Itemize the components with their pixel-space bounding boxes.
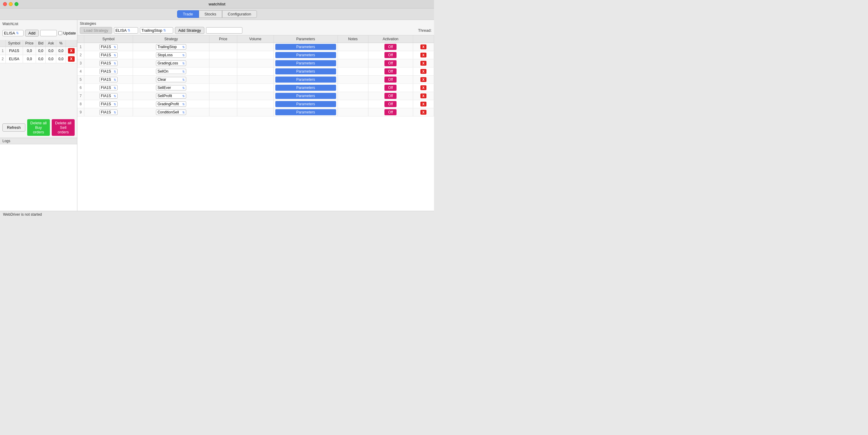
- parameters-button[interactable]: Parameters: [275, 68, 336, 75]
- watchlist-select-arrow: ⇅: [16, 31, 19, 35]
- s-col-activation: Activation: [368, 35, 413, 43]
- update-checkbox[interactable]: [58, 31, 62, 35]
- s-symbol-select[interactable]: FIA1S ⇅: [99, 77, 118, 82]
- s-row-delete-cell: X: [413, 92, 434, 100]
- strategy-name-select[interactable]: TrailingStop ⇅: [140, 27, 173, 34]
- symbol-input[interactable]: [40, 30, 57, 36]
- s-symbol-select[interactable]: FIA1S ⇅: [99, 102, 118, 107]
- activation-button[interactable]: Off: [384, 60, 397, 66]
- load-strategy-button[interactable]: Load Strategy: [80, 27, 112, 34]
- s-symbol-select[interactable]: FIA1S ⇅: [99, 60, 118, 66]
- s-strategy-select[interactable]: SellEver ⇅: [156, 85, 186, 90]
- s-row-strategy: ConditionSell ⇅: [133, 108, 210, 116]
- close-button[interactable]: [3, 2, 7, 6]
- s-strategy-select[interactable]: GradingLoss ⇅: [156, 60, 186, 66]
- activation-button[interactable]: Off: [384, 93, 397, 99]
- s-row-activation: Off: [368, 43, 413, 51]
- row-pct: 0,0: [56, 47, 66, 55]
- watchlist-select[interactable]: ELISA ⇅: [2, 30, 24, 36]
- status-text: WebDriver is not started: [3, 212, 42, 216]
- s-delete-row-button[interactable]: X: [421, 61, 426, 66]
- parameters-button[interactable]: Parameters: [275, 77, 336, 83]
- activation-button[interactable]: Off: [384, 68, 397, 75]
- s-strategy-select[interactable]: SellProfit ⇅: [156, 93, 186, 98]
- s-row-symbol: FIA1S ⇅: [84, 84, 133, 92]
- s-delete-row-button[interactable]: X: [421, 69, 426, 74]
- s-col-symbol: Symbol: [84, 35, 133, 43]
- refresh-button[interactable]: Refresh: [2, 123, 25, 132]
- s-row-parameters: Parameters: [274, 43, 338, 51]
- s-symbol-select[interactable]: FIA1S ⇅: [99, 69, 118, 74]
- row-num: 1: [0, 47, 5, 55]
- activation-button[interactable]: Off: [384, 85, 397, 91]
- activation-button[interactable]: Off: [384, 77, 397, 83]
- strategy-row: 7 FIA1S ⇅ SellProfit ⇅ Parameters Off X: [78, 92, 434, 100]
- strategy-symbol-select[interactable]: ELISA ⇅: [114, 27, 138, 34]
- s-delete-row-button[interactable]: X: [421, 93, 426, 98]
- s-strategy-select[interactable]: Clear ⇅: [156, 77, 186, 82]
- add-button[interactable]: Add: [25, 30, 39, 37]
- s-row-symbol: FIA1S ⇅: [84, 108, 133, 116]
- s-symbol-arrow: ⇅: [114, 54, 116, 57]
- parameters-button[interactable]: Parameters: [275, 60, 336, 66]
- s-strategy-select[interactable]: GradingProfit ⇅: [156, 102, 186, 107]
- strategies-table-wrap: Symbol Strategy Price Volume Parameters …: [78, 35, 434, 211]
- tab-trade[interactable]: Trade: [177, 10, 198, 18]
- activation-button[interactable]: Off: [384, 101, 397, 107]
- parameters-button[interactable]: Parameters: [275, 93, 336, 99]
- activation-button[interactable]: Off: [384, 109, 397, 115]
- s-symbol-arrow: ⇅: [114, 86, 116, 90]
- s-row-parameters: Parameters: [274, 76, 338, 84]
- s-row-activation: Off: [368, 108, 413, 116]
- s-delete-row-button[interactable]: X: [421, 85, 426, 90]
- s-strategy-arrow: ⇅: [182, 78, 185, 81]
- s-delete-row-button[interactable]: X: [421, 102, 426, 107]
- s-delete-row-button[interactable]: X: [421, 45, 426, 49]
- delete-row-button[interactable]: X: [68, 56, 75, 62]
- parameters-button[interactable]: Parameters: [275, 85, 336, 91]
- s-row-num: 2: [78, 51, 84, 59]
- s-row-notes: [338, 51, 368, 59]
- s-symbol-select[interactable]: FIA1S ⇅: [99, 93, 118, 98]
- s-row-delete-cell: X: [413, 84, 434, 92]
- strategy-row: 4 FIA1S ⇅ SellOn ⇅ Parameters Off X: [78, 67, 434, 76]
- row-bid: 0,0: [36, 55, 45, 63]
- parameters-button[interactable]: Parameters: [275, 44, 336, 50]
- s-strategy-select[interactable]: TrailingStop ⇅: [156, 44, 186, 50]
- parameters-button[interactable]: Parameters: [275, 109, 336, 115]
- s-col-price: Price: [210, 35, 237, 43]
- s-row-symbol: FIA1S ⇅: [84, 92, 133, 100]
- parameters-button[interactable]: Parameters: [275, 52, 336, 58]
- s-symbol-select[interactable]: FIA1S ⇅: [99, 110, 118, 115]
- tab-configuration[interactable]: Configuration: [222, 10, 257, 18]
- s-symbol-select[interactable]: FIA1S ⇅: [99, 85, 118, 90]
- update-checkbox-label[interactable]: Update: [58, 31, 76, 35]
- strategy-row: 5 FIA1S ⇅ Clear ⇅ Parameters Off X: [78, 76, 434, 84]
- maximize-button[interactable]: [14, 2, 19, 6]
- activation-button[interactable]: Off: [384, 44, 397, 50]
- s-row-price: [210, 108, 237, 116]
- s-delete-row-button[interactable]: X: [421, 77, 426, 82]
- strategy-row: 2 FIA1S ⇅ StopLoss ⇅ Parameters Off X: [78, 51, 434, 59]
- add-strategy-button[interactable]: Add Strategy: [175, 27, 204, 34]
- s-delete-row-button[interactable]: X: [421, 110, 426, 115]
- tab-stocks[interactable]: Stocks: [199, 10, 222, 18]
- activation-button[interactable]: Off: [384, 52, 397, 58]
- delete-buy-button[interactable]: Delete all Buy orders: [27, 119, 50, 136]
- s-row-strategy: Clear ⇅: [133, 76, 210, 84]
- search-input[interactable]: [206, 27, 242, 34]
- minimize-button[interactable]: [9, 2, 13, 6]
- s-strategy-select[interactable]: StopLoss ⇅: [156, 52, 186, 58]
- s-strategy-select[interactable]: SellOn ⇅: [156, 69, 186, 74]
- parameters-button[interactable]: Parameters: [275, 101, 336, 107]
- s-symbol-select[interactable]: FIA1S ⇅: [99, 44, 118, 50]
- delete-sell-button[interactable]: Delete all Sell orders: [52, 119, 75, 136]
- s-row-num: 5: [78, 76, 84, 84]
- s-delete-row-button[interactable]: X: [421, 53, 426, 57]
- strategy-row: 3 FIA1S ⇅ GradingLoss ⇅ Parameters Off X: [78, 59, 434, 67]
- s-symbol-select[interactable]: FIA1S ⇅: [99, 52, 118, 58]
- delete-row-button[interactable]: X: [68, 48, 75, 54]
- s-row-delete-cell: X: [413, 43, 434, 51]
- s-row-parameters: Parameters: [274, 84, 338, 92]
- s-strategy-select[interactable]: ConditionSell ⇅: [156, 110, 186, 115]
